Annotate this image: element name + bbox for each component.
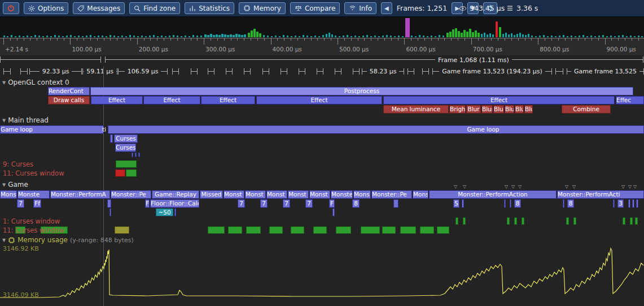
zone[interactable] [628, 199, 630, 208]
frame-time-bar[interactable] [435, 36, 436, 37]
frame-span[interactable]: 58.23 μs [362, 68, 404, 75]
memory-button[interactable]: Memory [239, 2, 286, 14]
zone-blur[interactable]: Blur [481, 105, 493, 113]
frame-time-bar[interactable] [141, 36, 143, 37]
zone[interactable] [463, 217, 466, 225]
section-opengl-header[interactable]: ▼ OpenGL context 0 [2, 78, 69, 86]
zone-effect[interactable]: Effect [143, 96, 200, 104]
frame-time-bar[interactable] [149, 36, 151, 37]
frame-time-bar[interactable] [443, 36, 444, 37]
frame-time-bar[interactable] [210, 34, 212, 37]
zone-5[interactable]: 5 [453, 199, 459, 208]
frame-time-bar[interactable] [253, 29, 256, 37]
zone[interactable] [382, 226, 396, 234]
zone[interactable] [514, 217, 517, 225]
frame-time-bar[interactable] [571, 36, 572, 37]
zone[interactable] [107, 199, 111, 208]
frame-time-bar[interactable] [452, 29, 454, 37]
collapsed-zones-mark-icon[interactable]: ▽ [565, 184, 568, 189]
zone-blur[interactable]: Blur [505, 105, 514, 113]
frame-histogram[interactable] [0, 17, 644, 38]
frame-time-bar[interactable] [306, 36, 308, 37]
frame-time-bar[interactable] [161, 36, 163, 37]
zone[interactable] [504, 199, 506, 208]
find-zone-button[interactable]: Find zone [129, 2, 180, 14]
zone[interactable] [573, 217, 576, 225]
zone-7[interactable]: 7 [260, 199, 268, 208]
frame-time-bar[interactable] [38, 36, 40, 37]
frame-time-bar[interactable] [62, 36, 64, 37]
frame-time-bar[interactable] [347, 35, 348, 37]
frame-time-bar[interactable] [606, 36, 608, 37]
zone[interactable] [332, 208, 335, 216]
frame-time-bar[interactable] [472, 32, 474, 37]
frame-span[interactable]: Game frame 13,523 (194.23 μs) [432, 68, 552, 75]
zone[interactable] [613, 199, 615, 208]
frame-time-bar[interactable] [582, 35, 584, 37]
frame-time-bar[interactable] [455, 28, 457, 37]
frame-time-bar[interactable] [169, 36, 170, 37]
frame-time-bar[interactable] [343, 36, 344, 37]
zone-monste[interactable]: Monste [331, 190, 353, 199]
frame-time-bar[interactable] [484, 33, 485, 37]
zone[interactable] [269, 226, 283, 234]
frame-time-bar[interactable] [499, 27, 501, 37]
zone-missed[interactable]: Missed [200, 190, 223, 199]
frame-time-bar[interactable] [238, 34, 240, 37]
frame-span[interactable] [208, 68, 214, 75]
frame-time-bar[interactable] [74, 36, 76, 37]
frame-time-bar[interactable] [449, 32, 452, 37]
collapsed-zones-mark-icon[interactable]: ▽ [463, 184, 466, 189]
frame-time-bar[interactable] [310, 36, 312, 37]
frame-span[interactable] [299, 68, 305, 75]
zone-floor-floor-calc[interactable]: Floor::Floor::Calc [150, 199, 199, 208]
frame-time-bar[interactable] [42, 36, 44, 37]
frame-time-bar[interactable] [235, 34, 238, 37]
frame-time-bar[interactable] [575, 36, 576, 37]
frame-time-bar[interactable] [279, 36, 281, 37]
frame-time-bar[interactable] [125, 36, 127, 37]
frame-span[interactable] [281, 68, 287, 75]
frame-time-bar[interactable] [117, 36, 119, 37]
zone-7[interactable]: 7 [305, 199, 313, 208]
zone-curses[interactable]: Curses [115, 143, 136, 152]
frame-time-bar[interactable] [405, 18, 410, 37]
collapsed-zones-mark-icon[interactable]: ▽ [621, 184, 625, 189]
frame-span[interactable] [262, 68, 269, 75]
zone-draw-calls[interactable]: Draw calls [48, 96, 90, 104]
zone[interactable] [437, 226, 449, 234]
frame-time-bar[interactable] [204, 34, 207, 37]
frame-time-bar[interactable] [314, 36, 316, 37]
section-game-header[interactable]: ▼ Game [2, 181, 28, 189]
zone-monst[interactable]: Monst [266, 190, 287, 199]
frame-time-bar[interactable] [121, 36, 123, 37]
zone-f[interactable]: F [329, 199, 335, 208]
frame-time-bar[interactable] [173, 35, 174, 37]
frame-time-bar[interactable] [218, 35, 221, 37]
zone-monster-pe[interactable]: Monster::Pe [111, 190, 151, 199]
frame-time-bar[interactable] [531, 36, 533, 37]
frame-time-bar[interactable] [221, 34, 224, 37]
zone[interactable] [636, 199, 638, 208]
section-memory-header[interactable]: ▼ Memory usage (y-range: 848 bytes) [2, 236, 134, 244]
frame-time-bar[interactable] [427, 36, 428, 37]
zone-blur[interactable]: Blur [493, 105, 504, 113]
frame-time-bar[interactable] [481, 34, 483, 37]
zone[interactable] [635, 217, 638, 225]
frame-time-bar[interactable] [216, 34, 218, 37]
frame-time-bar[interactable] [133, 36, 135, 37]
frame-time-bar[interactable] [386, 35, 388, 37]
zone[interactable] [291, 226, 304, 234]
zone[interactable] [246, 226, 261, 234]
zone-7[interactable]: 7 [238, 199, 245, 208]
frame-time-bar[interactable] [411, 36, 413, 37]
frame-row-game[interactable]: 92.33 μs59.11 μs106.59 μs58.23 μsGame fr… [0, 67, 644, 76]
zone-ti[interactable]: ti [101, 125, 107, 134]
zone[interactable] [393, 199, 398, 208]
frame-time-bar[interactable] [508, 34, 510, 37]
frame-time-bar[interactable] [398, 36, 400, 37]
frame-time-bar[interactable] [382, 36, 384, 37]
frame-time-bar[interactable] [275, 36, 277, 37]
frame-time-bar[interactable] [295, 36, 296, 37]
frame-time-bar[interactable] [113, 36, 115, 37]
